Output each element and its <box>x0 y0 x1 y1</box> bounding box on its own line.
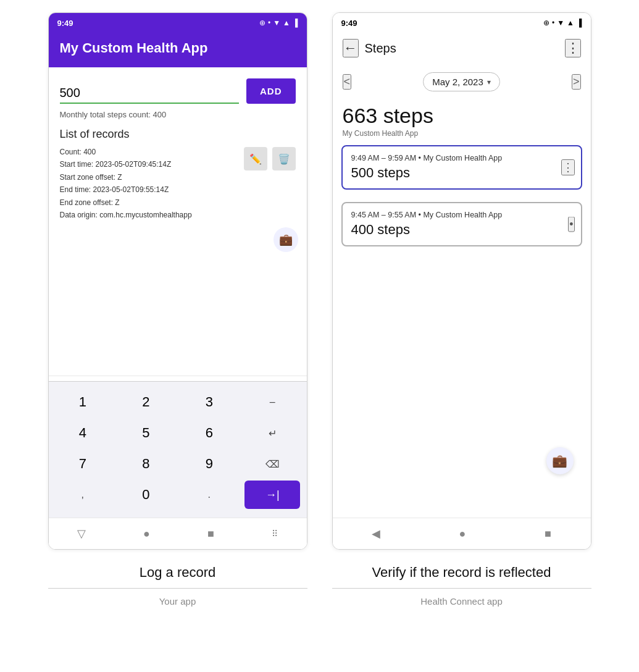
left-fab-button[interactable]: 💼 <box>274 227 298 252</box>
key-comma[interactable]: , <box>55 481 111 509</box>
list-title: List of records <box>49 119 307 143</box>
record-item-2: 9:45 AM – 9:55 AM • My Custom Health App… <box>341 202 582 246</box>
nav-keyboard-hide[interactable]: ⠿ <box>265 526 284 541</box>
record-1-more-button[interactable]: ⋮ <box>561 159 575 175</box>
record-actions: ✏️ 🗑️ <box>244 146 296 170</box>
hc-nav-home[interactable]: ● <box>453 525 472 543</box>
right-phone: 9:49 ⊕ • ▼ ▲ ▐ ← Steps ⋮ < May 2, 2023 ▾ <box>332 12 591 550</box>
briefcase-icon-hc: 💼 <box>552 453 567 468</box>
key-1[interactable]: 1 <box>55 388 111 416</box>
hc-back-button[interactable]: ← <box>343 39 359 57</box>
left-status-time: 9:49 <box>57 19 73 28</box>
keyboard-row-1: 1 2 3 – <box>51 388 304 416</box>
date-chevron-icon: ▾ <box>487 78 491 86</box>
record-1-steps: 500 steps <box>351 165 572 181</box>
key-8[interactable]: 8 <box>118 450 173 478</box>
hc-more-button[interactable]: ⋮ <box>565 39 581 57</box>
hc-nav-recents[interactable]: ■ <box>538 525 558 543</box>
dot-icon: • <box>268 19 270 27</box>
key-5[interactable]: 5 <box>118 419 173 447</box>
step-input-value[interactable]: 500 <box>60 86 240 104</box>
keyboard-row-2: 4 5 6 ↵ <box>51 419 304 447</box>
date-label: May 2, 2023 <box>432 77 483 87</box>
bottom-nav: ▽ ● ■ ⠿ <box>49 518 307 549</box>
briefcase-icon: 💼 <box>279 233 293 246</box>
battery-icon: ▐ <box>293 19 298 27</box>
gps-icon-right: ⊕ <box>543 19 549 27</box>
record-detail-text: Count: 400 Start time: 2023-05-02T09:45:… <box>60 146 244 221</box>
edit-button[interactable]: ✏️ <box>244 147 267 170</box>
hc-nav-back[interactable]: ◀ <box>365 524 386 543</box>
date-prev-button[interactable]: < <box>343 74 352 90</box>
key-2[interactable]: 2 <box>118 388 173 416</box>
labels-row: Log a record Your app Verify if the reco… <box>12 565 627 607</box>
date-picker[interactable]: May 2, 2023 ▾ <box>423 72 500 91</box>
key-return[interactable]: ↵ <box>244 419 300 447</box>
record-start-zone: Start zone offset: Z <box>60 171 244 183</box>
right-caption-title: Verify if the record is reflected <box>372 565 551 581</box>
record-2-header: 9:45 AM – 9:55 AM • My Custom Health App <box>351 211 572 219</box>
key-next[interactable]: →| <box>244 481 300 509</box>
dot-icon-right: • <box>552 19 554 27</box>
right-status-bar: 9:49 ⊕ • ▼ ▲ ▐ <box>333 13 591 32</box>
left-label-divider <box>48 588 307 589</box>
key-dash[interactable]: – <box>244 388 300 416</box>
key-9[interactable]: 9 <box>182 450 237 478</box>
key-period[interactable]: . <box>182 481 237 509</box>
left-caption-sub: Your app <box>159 596 196 607</box>
left-phone: 9:49 ⊕ • ▼ ▲ ▐ My Custom Health App 500 … <box>48 12 307 550</box>
record-item-1: 9:49 AM – 9:59 AM • My Custom Health App… <box>341 145 582 190</box>
record-count: Count: 400 <box>60 146 244 158</box>
hc-page-title: Steps <box>365 41 396 56</box>
hc-bottom-nav: ◀ ● ■ <box>333 518 591 549</box>
wifi-icon-right: ▼ <box>557 19 564 27</box>
date-nav: < May 2, 2023 ▾ > <box>333 65 591 96</box>
record-2-more-button[interactable]: • <box>568 217 574 232</box>
hc-header: ← Steps ⋮ <box>333 32 591 65</box>
wifi-icon: ▼ <box>273 19 280 27</box>
hc-header-left: ← Steps <box>343 39 396 57</box>
keyboard-area: 1 2 3 – 4 5 6 ↵ 7 8 9 ⌫ , <box>49 381 307 518</box>
hc-fab-button[interactable]: 💼 <box>546 447 574 474</box>
record-2-steps: 400 steps <box>351 222 572 238</box>
input-row: 500 ADD <box>49 67 307 104</box>
record-end-time: End time: 2023-05-02T09:55:14Z <box>60 183 244 196</box>
signal-icon: ▲ <box>283 19 290 27</box>
steps-source: My Custom Health App <box>343 129 581 138</box>
right-caption-sub: Health Connect app <box>420 596 503 607</box>
key-3[interactable]: 3 <box>182 388 237 416</box>
key-backspace[interactable]: ⌫ <box>244 450 300 478</box>
nav-home-circle[interactable]: ● <box>137 525 156 543</box>
battery-icon-right: ▐ <box>577 19 582 27</box>
key-4[interactable]: 4 <box>55 419 111 447</box>
step-input-wrapper: 500 <box>60 86 240 104</box>
date-next-button[interactable]: > <box>572 74 581 90</box>
keyboard-divider <box>49 376 307 376</box>
monthly-total: Monthly total steps count: 400 <box>49 104 307 119</box>
app-title: My Custom Health App <box>60 40 208 56</box>
delete-button[interactable]: 🗑️ <box>272 147 296 170</box>
left-status-icons: ⊕ • ▼ ▲ ▐ <box>259 19 298 27</box>
record-data-origin: Data origin: com.hc.mycustomhealthapp <box>60 209 244 221</box>
right-status-icons: ⊕ • ▼ ▲ ▐ <box>543 19 582 27</box>
add-button[interactable]: ADD <box>246 78 296 104</box>
record-start-time: Start time: 2023-05-02T09:45:14Z <box>60 158 244 170</box>
key-0[interactable]: 0 <box>118 481 173 509</box>
record-end-zone: End zone offset: Z <box>60 196 244 209</box>
record-detail-block: Count: 400 Start time: 2023-05-02T09:45:… <box>49 143 307 224</box>
left-phone-content: 500 ADD Monthly total steps count: 400 L… <box>49 67 307 549</box>
steps-total: 663 steps <box>343 104 581 128</box>
right-label-col: Verify if the record is reflected Health… <box>332 565 591 607</box>
right-status-time: 9:49 <box>341 19 357 28</box>
nav-recents-square[interactable]: ■ <box>201 525 220 543</box>
record-1-header: 9:49 AM – 9:59 AM • My Custom Health App <box>351 154 572 162</box>
key-6[interactable]: 6 <box>182 419 237 447</box>
left-label-col: Log a record Your app <box>48 565 307 607</box>
right-label-divider <box>332 588 591 589</box>
app-header: My Custom Health App <box>49 32 307 67</box>
hc-phone-content: 663 steps My Custom Health App 9:49 AM –… <box>333 96 591 549</box>
nav-back-triangle[interactable]: ▽ <box>71 524 92 543</box>
left-status-bar: 9:49 ⊕ • ▼ ▲ ▐ <box>49 13 307 32</box>
left-caption-title: Log a record <box>140 565 216 581</box>
key-7[interactable]: 7 <box>55 450 111 478</box>
